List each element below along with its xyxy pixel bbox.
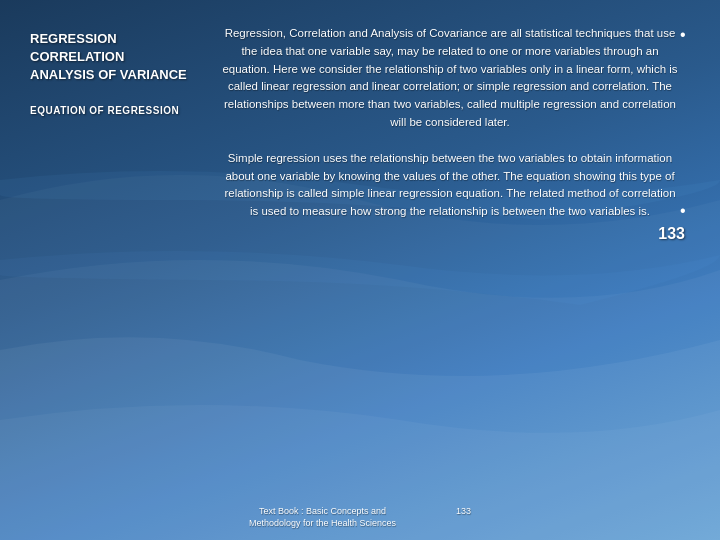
right-panel: Regression, Correlation and Analysis of … [210, 20, 710, 530]
footer-textbook: Text Book : Basic Concepts and Methodolo… [249, 505, 396, 530]
content-area: REGRESSION CORRELATION ANALYSIS OF VARIA… [0, 0, 720, 540]
bullet-1: • [680, 27, 695, 43]
subtitle-equation: EQUATION OF REGRESSION [30, 105, 200, 116]
title-analysis: ANALYSIS OF VARIANCE [30, 66, 200, 84]
footer-area: Text Book : Basic Concepts and Methodolo… [0, 505, 720, 530]
page-number-area: 133 [220, 225, 695, 243]
paragraph2: Simple regression uses the relationship … [224, 152, 675, 217]
left-panel: REGRESSION CORRELATION ANALYSIS OF VARIA… [10, 20, 210, 530]
bullets-column: • • [680, 25, 695, 221]
bullet-2: • [680, 203, 695, 219]
title-correlation: CORRELATION [30, 48, 200, 66]
left-title-block: REGRESSION CORRELATION ANALYSIS OF VARIA… [30, 30, 200, 85]
main-text-area: Regression, Correlation and Analysis of … [220, 25, 680, 221]
text-wrapper: Regression, Correlation and Analysis of … [220, 25, 695, 221]
paragraph1: Regression, Correlation and Analysis of … [222, 27, 677, 128]
page-number: 133 [658, 225, 685, 243]
footer-page: 133 [456, 505, 471, 530]
title-regression: REGRESSION [30, 30, 200, 48]
